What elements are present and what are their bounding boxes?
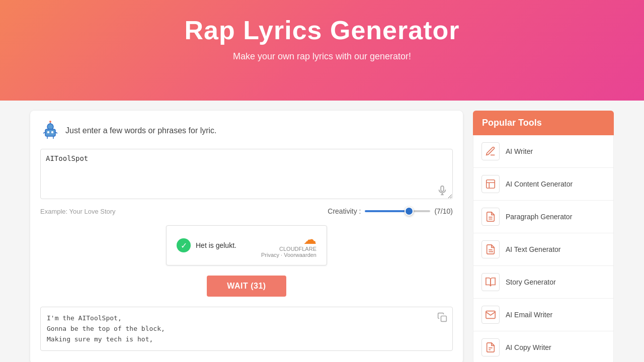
tool-item-ai-text-generator[interactable]: AI Text Generator [473,233,613,266]
cf-brand-subtext: Privacy · Voorwaarden [261,252,316,258]
paragraph-generator-icon [481,208,500,226]
generator-panel: Just enter a few words or phrases for ly… [30,111,463,362]
tool-item-story-generator[interactable]: Story Generator [473,266,613,299]
creativity-control: Creativity : (7/10) [328,207,453,215]
popular-tools-header: Popular Tools [473,111,614,135]
cloudflare-cloud-icon: ☁ [261,233,316,246]
svg-point-19 [492,251,493,252]
svg-point-5 [49,121,51,123]
svg-rect-10 [441,186,444,192]
cf-left: ✓ Het is gelukt. [177,238,236,252]
tool-name-copy-writer: AI Copy Writer [506,343,551,351]
wait-button[interactable]: WAIT (31) [207,276,286,297]
example-hint: Example: Your Love Story [40,208,116,215]
output-wrapper: I'm the AIToolSpot, Gonna be the top of … [40,307,453,351]
cf-brand-text: CLOUDFLARE [261,246,316,252]
ai-content-generator-icon [481,175,500,193]
panel-header: Just enter a few words or phrases for ly… [40,121,453,141]
svg-rect-13 [441,316,447,322]
cf-check-text: Het is gelukt. [196,241,236,249]
page-subtitle: Make your own rap lyrics with our genera… [10,51,634,62]
svg-rect-1 [45,129,55,136]
tools-list: AI Writer AI Content Generator [473,135,614,362]
cf-logo: ☁ CLOUDFLARE Privacy · Voorwaarden [261,233,316,258]
ai-writer-icon [481,142,500,160]
panel-hint: Just enter a few words or phrases for ly… [65,126,217,135]
output-text: I'm the AIToolSpot, Gonna be the top of … [47,313,446,344]
tool-name-email-writer: AI Email Writer [506,311,552,319]
tool-item-ai-content-generator[interactable]: AI Content Generator [473,168,613,201]
textarea-wrapper: AIToolSpot [40,149,453,201]
main-content: Just enter a few words or phrases for ly… [0,101,644,362]
cf-check-icon: ✓ [177,238,191,252]
right-sidebar: Popular Tools AI Writer AI Content Ge [473,111,614,362]
mic-icon[interactable] [437,185,448,196]
story-generator-icon [481,273,500,291]
tool-name-paragraph-gen: Paragraph Generator [506,213,572,221]
page-title: Rap Lyrics Generator [10,15,634,45]
tool-name-text-gen: AI Text Generator [506,245,560,253]
svg-rect-14 [487,180,495,189]
copy-writer-icon [481,338,500,356]
lyric-input[interactable]: AIToolSpot [40,149,453,199]
svg-point-0 [47,124,53,130]
ai-text-generator-icon [481,240,500,258]
tool-item-paragraph-generator[interactable]: Paragraph Generator [473,201,613,233]
tool-item-ai-writer[interactable]: AI Writer [473,135,613,168]
cloudflare-widget: ✓ Het is gelukt. ☁ CLOUDFLARE Privacy · … [166,225,327,265]
tool-name-ai-writer: AI Writer [506,147,533,155]
tool-name-story-gen: Story Generator [506,278,556,286]
svg-rect-2 [47,131,49,133]
tool-name-content-gen: AI Content Generator [506,180,573,188]
email-writer-icon [481,306,500,324]
creativity-slider[interactable] [365,210,430,212]
page-header: Rap Lyrics Generator Make your own rap l… [0,0,644,101]
robot-icon [40,121,60,141]
input-footer: Example: Your Love Story Creativity : (7… [40,207,453,215]
creativity-label: Creativity : [328,207,361,215]
copy-icon[interactable] [437,312,447,324]
tool-item-email-writer[interactable]: AI Email Writer [473,299,613,331]
tool-item-copy-writer[interactable]: AI Copy Writer [473,331,613,362]
svg-rect-3 [51,131,53,133]
creativity-value: (7/10) [434,207,453,215]
